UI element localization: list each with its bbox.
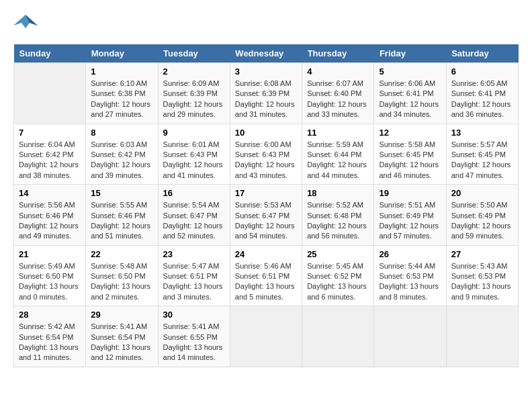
- calendar-cell: 10Sunrise: 6:00 AM Sunset: 6:43 PM Dayli…: [230, 124, 302, 185]
- day-header-sunday: Sunday: [14, 44, 86, 63]
- day-number: 13: [451, 128, 513, 138]
- calendar-cell: 27Sunrise: 5:43 AM Sunset: 6:53 PM Dayli…: [446, 245, 518, 306]
- calendar-week-5: 28Sunrise: 5:42 AM Sunset: 6:54 PM Dayli…: [14, 306, 519, 367]
- day-number: 18: [307, 188, 369, 198]
- day-header-saturday: Saturday: [446, 44, 518, 63]
- calendar-cell: 25Sunrise: 5:45 AM Sunset: 6:52 PM Dayli…: [302, 245, 374, 306]
- day-number: 25: [307, 249, 369, 259]
- day-info: Sunrise: 6:05 AM Sunset: 6:41 PM Dayligh…: [451, 79, 513, 120]
- day-number: 15: [91, 188, 152, 198]
- day-number: 27: [451, 249, 513, 259]
- calendar-cell: 6Sunrise: 6:05 AM Sunset: 6:41 PM Daylig…: [446, 63, 518, 124]
- day-number: 5: [379, 66, 441, 77]
- day-info: Sunrise: 5:44 AM Sunset: 6:53 PM Dayligh…: [379, 261, 441, 303]
- day-number: 1: [91, 66, 152, 77]
- day-number: 20: [451, 188, 513, 198]
- calendar-cell: [302, 306, 374, 367]
- calendar-cell: 5Sunrise: 6:06 AM Sunset: 6:41 PM Daylig…: [374, 63, 446, 124]
- day-number: 7: [19, 128, 81, 138]
- calendar-cell: 21Sunrise: 5:49 AM Sunset: 6:50 PM Dayli…: [14, 245, 86, 306]
- logo-icon: [13, 13, 38, 34]
- day-header-monday: Monday: [86, 44, 158, 63]
- day-info: Sunrise: 5:54 AM Sunset: 6:47 PM Dayligh…: [163, 200, 225, 242]
- day-number: 10: [235, 128, 297, 138]
- day-header-tuesday: Tuesday: [158, 44, 230, 63]
- calendar-cell: 20Sunrise: 5:50 AM Sunset: 6:49 PM Dayli…: [446, 185, 518, 246]
- calendar-cell: [230, 306, 302, 367]
- day-info: Sunrise: 5:45 AM Sunset: 6:52 PM Dayligh…: [307, 261, 369, 303]
- day-info: Sunrise: 5:56 AM Sunset: 6:46 PM Dayligh…: [19, 200, 81, 242]
- calendar-cell: 16Sunrise: 5:54 AM Sunset: 6:47 PM Dayli…: [158, 185, 230, 246]
- day-header-friday: Friday: [374, 44, 446, 63]
- day-info: Sunrise: 6:03 AM Sunset: 6:42 PM Dayligh…: [91, 140, 152, 181]
- calendar-cell: 14Sunrise: 5:56 AM Sunset: 6:46 PM Dayli…: [14, 185, 86, 246]
- day-header-wednesday: Wednesday: [230, 44, 302, 63]
- day-number: 3: [235, 66, 297, 77]
- day-info: Sunrise: 6:09 AM Sunset: 6:39 PM Dayligh…: [163, 79, 225, 120]
- calendar-cell: 11Sunrise: 5:59 AM Sunset: 6:44 PM Dayli…: [302, 124, 374, 185]
- svg-marker-0: [13, 15, 38, 28]
- day-info: Sunrise: 5:49 AM Sunset: 6:50 PM Dayligh…: [19, 261, 81, 303]
- calendar-cell: 9Sunrise: 6:01 AM Sunset: 6:43 PM Daylig…: [158, 124, 230, 185]
- day-info: Sunrise: 5:48 AM Sunset: 6:50 PM Dayligh…: [91, 261, 152, 303]
- calendar-cell: 18Sunrise: 5:52 AM Sunset: 6:48 PM Dayli…: [302, 185, 374, 246]
- calendar-cell: 12Sunrise: 5:58 AM Sunset: 6:45 PM Dayli…: [374, 124, 446, 185]
- day-info: Sunrise: 5:53 AM Sunset: 6:47 PM Dayligh…: [235, 200, 297, 242]
- calendar-week-4: 21Sunrise: 5:49 AM Sunset: 6:50 PM Dayli…: [14, 245, 519, 306]
- day-number: 4: [307, 66, 369, 77]
- calendar-cell: [14, 63, 86, 124]
- day-info: Sunrise: 5:46 AM Sunset: 6:51 PM Dayligh…: [235, 261, 297, 303]
- logo: [13, 13, 40, 34]
- calendar-cell: 26Sunrise: 5:44 AM Sunset: 6:53 PM Dayli…: [374, 245, 446, 306]
- calendar-week-2: 7Sunrise: 6:04 AM Sunset: 6:42 PM Daylig…: [14, 124, 519, 185]
- day-info: Sunrise: 6:07 AM Sunset: 6:40 PM Dayligh…: [307, 79, 369, 120]
- day-info: Sunrise: 5:58 AM Sunset: 6:45 PM Dayligh…: [379, 140, 441, 181]
- day-number: 17: [235, 188, 297, 198]
- calendar-cell: 4Sunrise: 6:07 AM Sunset: 6:40 PM Daylig…: [302, 63, 374, 124]
- day-info: Sunrise: 5:43 AM Sunset: 6:53 PM Dayligh…: [451, 261, 513, 303]
- day-number: 26: [379, 249, 441, 259]
- calendar-cell: 2Sunrise: 6:09 AM Sunset: 6:39 PM Daylig…: [158, 63, 230, 124]
- day-number: 11: [307, 128, 369, 138]
- day-info: Sunrise: 6:01 AM Sunset: 6:43 PM Dayligh…: [163, 140, 225, 181]
- day-info: Sunrise: 5:50 AM Sunset: 6:49 PM Dayligh…: [451, 200, 513, 242]
- day-number: 22: [91, 249, 152, 259]
- day-info: Sunrise: 5:42 AM Sunset: 6:54 PM Dayligh…: [19, 322, 81, 363]
- day-number: 14: [19, 188, 81, 198]
- calendar-cell: 7Sunrise: 6:04 AM Sunset: 6:42 PM Daylig…: [14, 124, 86, 185]
- calendar-cell: 23Sunrise: 5:47 AM Sunset: 6:51 PM Dayli…: [158, 245, 230, 306]
- day-number: 8: [91, 128, 152, 138]
- page-header: [13, 13, 519, 34]
- day-number: 19: [379, 188, 441, 198]
- calendar-table: SundayMondayTuesdayWednesdayThursdayFrid…: [13, 44, 519, 367]
- calendar-cell: 22Sunrise: 5:48 AM Sunset: 6:50 PM Dayli…: [86, 245, 158, 306]
- day-info: Sunrise: 5:52 AM Sunset: 6:48 PM Dayligh…: [307, 200, 369, 242]
- day-number: 16: [163, 188, 225, 198]
- day-number: 12: [379, 128, 441, 138]
- calendar-week-3: 14Sunrise: 5:56 AM Sunset: 6:46 PM Dayli…: [14, 185, 519, 246]
- day-header-thursday: Thursday: [302, 44, 374, 63]
- day-info: Sunrise: 5:51 AM Sunset: 6:49 PM Dayligh…: [379, 200, 441, 242]
- day-info: Sunrise: 6:06 AM Sunset: 6:41 PM Dayligh…: [379, 79, 441, 120]
- calendar-week-1: 1Sunrise: 6:10 AM Sunset: 6:38 PM Daylig…: [14, 63, 519, 124]
- day-number: 6: [451, 66, 513, 77]
- calendar-cell: [374, 306, 446, 367]
- calendar-cell: 17Sunrise: 5:53 AM Sunset: 6:47 PM Dayli…: [230, 185, 302, 246]
- day-info: Sunrise: 5:47 AM Sunset: 6:51 PM Dayligh…: [163, 261, 225, 303]
- day-number: 29: [91, 310, 152, 320]
- calendar-cell: 28Sunrise: 5:42 AM Sunset: 6:54 PM Dayli…: [14, 306, 86, 367]
- day-number: 30: [163, 310, 225, 320]
- day-info: Sunrise: 5:59 AM Sunset: 6:44 PM Dayligh…: [307, 140, 369, 181]
- day-info: Sunrise: 6:08 AM Sunset: 6:39 PM Dayligh…: [235, 79, 297, 120]
- day-info: Sunrise: 5:41 AM Sunset: 6:55 PM Dayligh…: [163, 322, 225, 363]
- day-info: Sunrise: 6:10 AM Sunset: 6:38 PM Dayligh…: [91, 79, 152, 120]
- calendar-cell: 15Sunrise: 5:55 AM Sunset: 6:46 PM Dayli…: [86, 185, 158, 246]
- calendar-cell: 24Sunrise: 5:46 AM Sunset: 6:51 PM Dayli…: [230, 245, 302, 306]
- calendar-header-row: SundayMondayTuesdayWednesdayThursdayFrid…: [14, 44, 519, 63]
- day-info: Sunrise: 5:41 AM Sunset: 6:54 PM Dayligh…: [91, 322, 152, 363]
- day-number: 24: [235, 249, 297, 259]
- calendar-cell: 3Sunrise: 6:08 AM Sunset: 6:39 PM Daylig…: [230, 63, 302, 124]
- day-number: 21: [19, 249, 81, 259]
- day-info: Sunrise: 5:55 AM Sunset: 6:46 PM Dayligh…: [91, 200, 152, 242]
- day-info: Sunrise: 6:00 AM Sunset: 6:43 PM Dayligh…: [235, 140, 297, 181]
